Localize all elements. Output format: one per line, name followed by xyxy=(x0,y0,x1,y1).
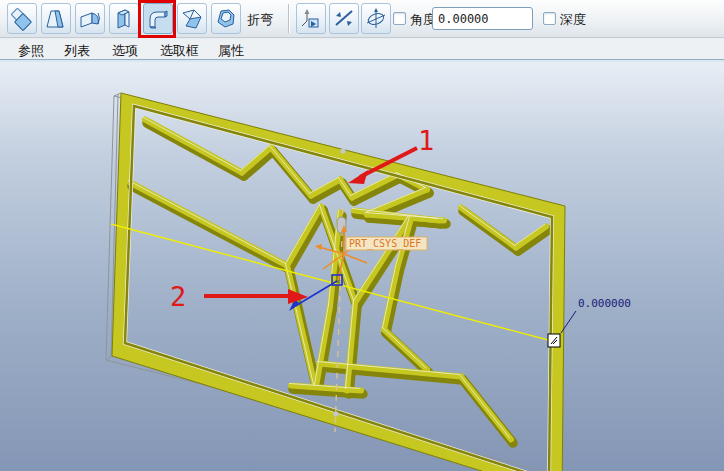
tab-properties[interactable]: 属性 xyxy=(218,42,244,60)
flip-direction-icon xyxy=(332,7,356,31)
feature-toolbar: 折弯 角度 深度 xyxy=(0,0,724,38)
bend-axis-icon xyxy=(364,7,388,31)
depth-label: 深度 xyxy=(560,11,586,29)
cad-window: { "toolbar": { "bend_label": "折弯", "angl… xyxy=(0,0,724,471)
tab-marquee[interactable]: 选取框 xyxy=(160,42,199,60)
angle-checkbox[interactable] xyxy=(393,12,406,25)
sheetmetal-model: PRT_CSYS_DEF 0.000000 1 xyxy=(0,62,724,471)
flange-wall-icon xyxy=(78,7,102,31)
flat-wall-icon xyxy=(112,7,136,31)
depth-checkbox[interactable] xyxy=(543,12,556,25)
offset-annotation: 0.000000 xyxy=(561,297,631,333)
planar-wall-icon xyxy=(10,7,34,31)
callout-1-label: 1 xyxy=(418,125,434,156)
truss-member xyxy=(287,207,321,266)
dashboard-tabs: 参照 列表 选项 选取框 属性 xyxy=(0,39,724,59)
bend-feature-label: 折弯 xyxy=(247,11,273,29)
bend-axis-button[interactable] xyxy=(361,3,391,34)
offset-value-label: 0.000000 xyxy=(578,297,631,310)
truss-member xyxy=(130,183,287,266)
truss-member xyxy=(287,266,315,387)
placement-button[interactable] xyxy=(296,3,326,34)
bend-icon xyxy=(146,7,170,31)
flange-wall-button[interactable] xyxy=(75,3,105,34)
twist-icon xyxy=(180,7,204,31)
offset-button[interactable] xyxy=(211,3,241,34)
offset-icon xyxy=(214,7,238,31)
planar-wall-button[interactable] xyxy=(7,3,37,34)
bend-button[interactable] xyxy=(143,3,173,34)
tab-options[interactable]: 选项 xyxy=(112,42,138,60)
flip-direction-button[interactable] xyxy=(329,3,359,34)
truss-member xyxy=(383,328,426,368)
truss-member xyxy=(460,206,515,246)
csys-label-tag: PRT_CSYS_DEF xyxy=(346,237,427,250)
truss-member xyxy=(286,264,314,385)
csys-label: PRT_CSYS_DEF xyxy=(349,238,421,250)
twist-button[interactable] xyxy=(177,3,207,34)
truss-member xyxy=(129,181,286,264)
callout-arrow-2: 2 xyxy=(170,281,308,312)
truss-member xyxy=(460,375,510,438)
tab-references[interactable]: 参照 xyxy=(18,42,44,60)
offset-drag-handle[interactable] xyxy=(548,334,560,347)
extrude-wall-icon xyxy=(44,7,68,31)
flat-wall-button[interactable] xyxy=(109,3,139,34)
snap-dot-bottom xyxy=(333,411,338,416)
toolbar-separator xyxy=(288,4,289,33)
extrude-wall-button[interactable] xyxy=(41,3,71,34)
angle-input[interactable] xyxy=(432,7,533,30)
truss-member xyxy=(289,210,323,269)
truss-member xyxy=(461,208,516,248)
graphics-area[interactable]: PRT_CSYS_DEF 0.000000 1 xyxy=(0,62,724,471)
callout-2-label: 2 xyxy=(170,281,186,312)
tab-list[interactable]: 列表 xyxy=(64,42,90,60)
placement-icon xyxy=(299,7,323,31)
snap-dot-top xyxy=(340,148,345,153)
